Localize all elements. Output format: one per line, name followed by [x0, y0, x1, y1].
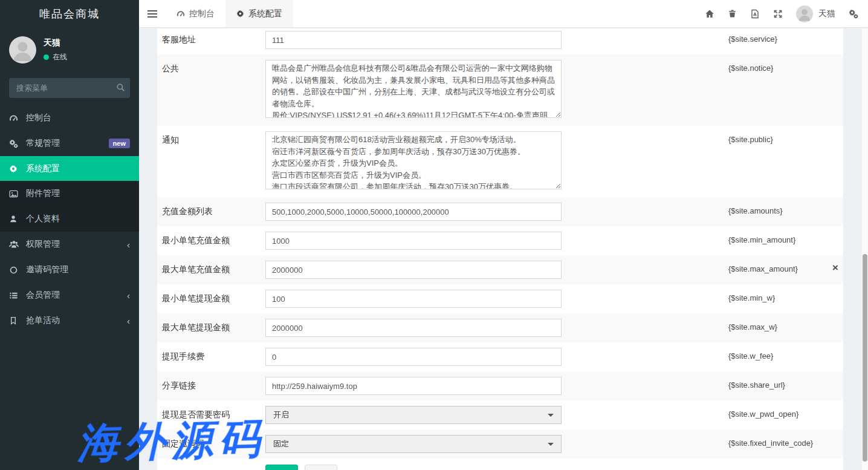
sidebar-item-label: 抢单活动 [26, 315, 60, 326]
app-logo[interactable]: 唯品会商城 [0, 0, 139, 28]
circle-icon [9, 266, 21, 275]
sidebar-user-name: 天猫 [44, 38, 67, 48]
close-icon[interactable]: × [832, 261, 838, 273]
sidebar-item-label: 系统配置 [26, 163, 60, 174]
search-icon[interactable] [116, 83, 125, 92]
field-label: 最小单笔提现金额 [162, 290, 265, 304]
template-var: {$site.amounts} [728, 203, 783, 215]
sidebar-menu: 控制台 常规管理 new 系统配置 附件管理 个人资料 权限管理 ‹ [0, 105, 139, 333]
template-var: {$site.min_w} [728, 290, 775, 302]
sidebar-item-system-config[interactable]: 系统配置 [0, 156, 139, 181]
sidebar-item-general-management[interactable]: 常规管理 new [0, 131, 139, 156]
form-row-min-recharge: 最小单笔充值金额 {$site.min_amount} [157, 226, 843, 255]
field-label: 提现是否需要密码 [162, 406, 265, 420]
language-icon[interactable] [750, 9, 760, 19]
avatar [796, 5, 813, 22]
user-icon [9, 215, 21, 223]
hamburger-icon[interactable] [139, 0, 166, 27]
sidebar-item-label: 会员管理 [26, 290, 60, 301]
gears-icon [9, 139, 21, 148]
sidebar-user-panel: 天猫 在线 [0, 28, 139, 70]
withdraw-password-select[interactable]: 开启 [265, 406, 562, 424]
template-var: {$site.fixed_invite_code} [728, 435, 813, 448]
gear-icon [9, 165, 21, 173]
template-var: {$site.min_amount} [728, 232, 795, 244]
form-row-share-url: 分享链接 {$site.share_url} [157, 371, 843, 400]
trash-icon[interactable] [728, 9, 737, 18]
template-var: {$site.public} [728, 131, 773, 144]
template-var: {$site.notice} [728, 60, 773, 73]
submit-button[interactable]: 确定 [265, 465, 298, 470]
recharge-amounts-input[interactable] [265, 203, 562, 221]
form-row-min-withdraw: 最小单笔提现金额 {$site.min_w} [157, 284, 843, 313]
min-recharge-input[interactable] [265, 232, 562, 250]
form-row-amounts: 充值金额列表 {$site.amounts} [157, 197, 843, 226]
public-textarea[interactable]: 唯品会是广州唯品会信息科技有限公司&唯品会有限公司运营的一家中文网络购物网站，以… [265, 60, 562, 118]
main-content: 客服地址 {$site.service} 公共 唯品会是广州唯品会信息科技有限公… [139, 28, 868, 470]
scrollbar-thumb[interactable] [863, 254, 867, 462]
select-value: 固定 [273, 439, 289, 449]
form-actions: 确定 重置 [157, 459, 843, 470]
template-var: {$site.share_url} [728, 377, 785, 390]
form-row-fixed-invite: 固定邀请码 固定 {$site.fixed_invite_code} [157, 429, 843, 459]
field-label: 客服地址 [162, 31, 265, 45]
field-label: 固定邀请码 [162, 435, 265, 449]
tab-label: 控制台 [189, 8, 215, 19]
tab-dashboard[interactable]: 控制台 [166, 0, 225, 27]
caret-down-icon [548, 414, 554, 417]
navbar-user[interactable]: 天猫 [796, 5, 835, 22]
form-row-service: 客服地址 {$site.service} [157, 28, 843, 54]
share-url-input[interactable] [265, 377, 562, 395]
chevron-left-icon: ‹ [127, 316, 130, 325]
field-label: 最大单笔提现金额 [162, 319, 265, 333]
sidebar-item-members[interactable]: 会员管理 ‹ [0, 282, 139, 308]
sidebar-item-attachments[interactable]: 附件管理 [0, 181, 139, 206]
page-scrollbar-track[interactable] [862, 28, 868, 470]
sidebar-item-label: 附件管理 [26, 188, 60, 199]
field-label: 充值金额列表 [162, 203, 265, 217]
field-label: 公共 [162, 60, 265, 74]
sidebar-item-label: 常规管理 [26, 138, 60, 149]
form-row-max-withdraw: 最大单笔提现金额 {$site.max_w} [157, 313, 843, 342]
caret-down-icon [548, 443, 554, 446]
sidebar-item-label: 控制台 [26, 113, 51, 123]
template-var: {$site.max_w} [728, 319, 777, 331]
reset-button[interactable]: 重置 [305, 465, 337, 470]
min-withdraw-input[interactable] [265, 290, 562, 308]
withdraw-fee-input[interactable] [265, 348, 562, 366]
field-label: 分享链接 [162, 377, 265, 391]
list-icon [9, 291, 21, 300]
fullscreen-icon[interactable] [773, 9, 783, 19]
fixed-invite-select[interactable]: 固定 [265, 435, 562, 453]
sidebar-item-grab-orders[interactable]: 抢单活动 ‹ [0, 308, 139, 333]
sidebar-item-permissions[interactable]: 权限管理 ‹ [0, 232, 139, 257]
bookmark-icon [9, 316, 21, 325]
sidebar-user-status: 在线 [44, 52, 67, 62]
form-row-withdraw-password: 提现是否需要密码 开启 {$site.w_pwd_open} [157, 400, 843, 429]
service-address-input[interactable] [265, 31, 562, 49]
sidebar-submenu: 系统配置 附件管理 个人资料 [0, 156, 139, 232]
avatar [9, 36, 36, 64]
gears-icon[interactable] [849, 9, 858, 19]
max-withdraw-input[interactable] [265, 319, 562, 337]
sidebar-item-dashboard[interactable]: 控制台 [0, 105, 139, 131]
sidebar-item-label: 个人资料 [26, 214, 60, 224]
menu-search-input[interactable] [9, 78, 130, 98]
max-recharge-input[interactable] [265, 261, 562, 279]
image-icon [9, 189, 21, 198]
tab-system-config[interactable]: 系统配置 [225, 0, 293, 27]
sidebar-item-invite-codes[interactable]: 邀请码管理 [0, 257, 139, 282]
top-navbar: 控制台 系统配置 天猫 [139, 0, 868, 28]
system-config-form: 客服地址 {$site.service} 公共 唯品会是广州唯品会信息科技有限公… [157, 28, 843, 470]
sidebar-item-profile[interactable]: 个人资料 [0, 206, 139, 232]
new-badge: new [109, 139, 130, 148]
form-row-notice-text: 通知 北京锦汇园商贸有限公司618活动营业额超额完成，开启30%专场活动。 宿迁… [157, 126, 843, 197]
navbar-user-name: 天猫 [818, 8, 835, 19]
template-var: {$site.max_amount} [728, 261, 798, 273]
dashboard-icon [177, 10, 185, 18]
home-icon[interactable] [705, 9, 714, 19]
notice-textarea[interactable]: 北京锦汇园商贸有限公司618活动营业额超额完成，开启30%专场活动。 宿迁市洋河… [265, 131, 562, 189]
form-row-withdraw-fee: 提现手续费 {$site.w_fee} [157, 342, 843, 371]
chevron-left-icon: ‹ [127, 240, 130, 249]
field-label: 提现手续费 [162, 348, 265, 362]
